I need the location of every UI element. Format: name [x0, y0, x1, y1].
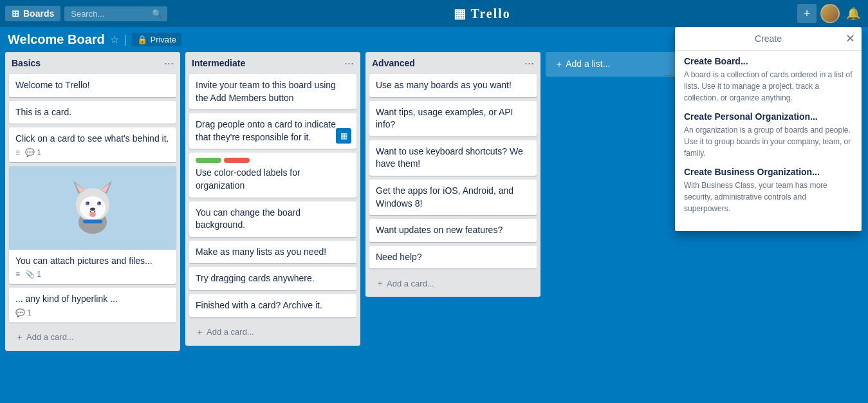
- notifications-button[interactable]: 🔔: [844, 4, 863, 23]
- card[interactable]: Want tips, usage examples, or API info?: [369, 101, 537, 136]
- card-text: You can attach pictures and files...: [15, 256, 152, 266]
- card[interactable]: Want updates on new features?: [369, 219, 537, 242]
- card-text: You can change the board background.: [196, 207, 300, 230]
- visibility-label: Private: [150, 35, 176, 44]
- card[interactable]: Make as many lists as you need!: [189, 241, 356, 264]
- card-text: Drag people onto a card to indicate that…: [196, 119, 336, 142]
- svg-point-9: [86, 202, 89, 205]
- trello-logo: ▦ Trello: [454, 6, 510, 21]
- card[interactable]: Want to use keyboard shortcuts? We have …: [369, 140, 537, 176]
- card[interactable]: Click on a card to see what's behind it.…: [9, 127, 176, 162]
- plus-icon: ＋: [376, 277, 384, 289]
- card[interactable]: Need help?: [369, 246, 537, 269]
- list-menu-button-advanced[interactable]: ···: [524, 57, 534, 69]
- add-card-label: Add a card...: [26, 332, 74, 342]
- card-text: Need help?: [376, 252, 422, 262]
- boards-label: Boards: [23, 8, 54, 19]
- search-icon: 🔍: [152, 9, 162, 19]
- list-basics: Basics ··· Welcome to Trello!This is a c…: [5, 52, 180, 351]
- card-trello-badge: ▦: [336, 128, 351, 144]
- create-dropdown: Create ✕ Create Board... A board is a co…: [675, 27, 862, 231]
- card-meta-description: ≡: [15, 270, 20, 279]
- card[interactable]: Finished with a card? Archive it.: [189, 294, 356, 317]
- svg-point-13: [90, 207, 95, 211]
- trello-badge-icon: ▦: [336, 128, 351, 144]
- create-header: Create ✕: [675, 27, 862, 51]
- list-intermediate: Intermediate ··· Invite your team to thi…: [185, 52, 360, 346]
- list-menu-button-intermediate[interactable]: ···: [344, 57, 354, 69]
- card-text: Use as many boards as you want!: [376, 80, 512, 90]
- logo-text: Trello: [470, 6, 510, 21]
- create-item-desc-create-personal-org: An organization is a group of boards and…: [684, 124, 853, 159]
- add-card-button-basics[interactable]: ＋Add a card...: [9, 328, 176, 347]
- card[interactable]: This is a card.: [9, 101, 176, 124]
- board-title: Welcome Board: [8, 32, 105, 47]
- list-advanced: Advanced ··· Use as many boards as you w…: [365, 52, 540, 297]
- card[interactable]: You can attach pictures and files... ≡ 📎…: [9, 166, 176, 285]
- label-red: [224, 158, 250, 163]
- card[interactable]: You can change the board background.: [189, 202, 356, 237]
- svg-point-10: [97, 202, 101, 205]
- create-close-button[interactable]: ✕: [845, 33, 855, 44]
- create-body: Create Board... A board is a collection …: [675, 51, 862, 231]
- card-text: Finished with a card? Archive it.: [196, 300, 322, 310]
- card[interactable]: Welcome to Trello!: [9, 74, 176, 97]
- card-text: Want tips, usage examples, or API info?: [376, 107, 513, 130]
- search-wrap: 🔍: [64, 6, 167, 21]
- card[interactable]: Invite your team to this board using the…: [189, 74, 356, 109]
- card[interactable]: Get the apps for iOS, Android, and Windo…: [369, 180, 537, 215]
- visibility-button[interactable]: 🔒 Private: [132, 33, 181, 46]
- plus-icon: ＋: [196, 326, 204, 338]
- card-meta-attachment: 📎 1: [25, 270, 41, 279]
- card-text: Invite your team to this board using the…: [196, 80, 336, 103]
- logo-icon: ▦: [454, 6, 466, 21]
- list-body-advanced: Use as many boards as you want!Want tips…: [365, 74, 540, 272]
- card-text: Use color-coded labels for organization: [196, 167, 300, 191]
- card-text: Get the apps for iOS, Android, and Windo…: [376, 185, 513, 209]
- card[interactable]: Drag people onto a card to indicate that…: [189, 113, 356, 149]
- card[interactable]: Try dragging cards anywhere.: [189, 267, 356, 290]
- card-text: Want updates on new features?: [376, 225, 503, 235]
- husky-image: [60, 176, 125, 240]
- list-title-basics: Basics: [12, 58, 41, 68]
- add-card-label: Add a card...: [387, 279, 434, 288]
- card[interactable]: Use color-coded labels for organization: [189, 153, 356, 197]
- plus-icon: ＋: [15, 332, 24, 343]
- card-meta: ≡ 💬 1: [15, 148, 170, 157]
- list-header-intermediate: Intermediate ···: [185, 52, 360, 74]
- list-menu-button-basics[interactable]: ···: [164, 57, 174, 69]
- list-body-basics: Welcome to Trello!This is a card.Click o…: [5, 74, 180, 326]
- top-nav: ⊞ Boards 🔍 ▦ Trello + 🔔: [0, 0, 868, 27]
- create-item-desc-create-business-org: With Business Class, your team has more …: [684, 180, 853, 214]
- create-item-title-create-personal-org[interactable]: Create Personal Organization...: [684, 111, 853, 122]
- card-text: Try dragging cards anywhere.: [196, 273, 315, 283]
- create-item-title-create-board[interactable]: Create Board...: [684, 56, 853, 66]
- create-title: Create: [755, 33, 782, 44]
- list-title-advanced: Advanced: [372, 58, 415, 68]
- svg-point-11: [88, 202, 89, 203]
- user-avatar[interactable]: [820, 4, 840, 23]
- card-text: Make as many lists as you need!: [196, 247, 326, 257]
- card-text: This is a card.: [15, 107, 71, 117]
- card-labels: [196, 158, 350, 163]
- grid-icon: ⊞: [12, 8, 19, 19]
- create-item-create-board: Create Board... A board is a collection …: [684, 56, 853, 104]
- card[interactable]: ... any kind of hyperlink ... 💬 1: [9, 288, 176, 323]
- label-green: [196, 158, 221, 163]
- card-meta: ≡ 📎 1: [15, 270, 170, 279]
- card-text: Click on a card to see what's behind it.: [15, 133, 169, 144]
- create-item-create-business-org: Create Business Organization... With Bus…: [684, 167, 853, 214]
- add-card-button-advanced[interactable]: ＋Add a card...: [369, 274, 537, 293]
- boards-button[interactable]: ⊞ Boards: [5, 6, 60, 21]
- card-meta-comment: 💬 1: [15, 308, 32, 317]
- create-item-desc-create-board: A board is a collection of cards ordered…: [684, 69, 853, 104]
- add-card-button-intermediate[interactable]: ＋Add a card...: [189, 323, 356, 342]
- create-item-title-create-business-org[interactable]: Create Business Organization...: [684, 167, 853, 177]
- nav-right: + 🔔: [797, 4, 863, 23]
- card-image: [9, 166, 176, 250]
- create-plus-button[interactable]: +: [797, 4, 817, 23]
- card[interactable]: Use as many boards as you want!: [369, 74, 537, 97]
- card-meta-comment: 💬 1: [25, 148, 41, 157]
- svg-point-14: [89, 212, 96, 217]
- star-button[interactable]: ☆: [110, 33, 119, 46]
